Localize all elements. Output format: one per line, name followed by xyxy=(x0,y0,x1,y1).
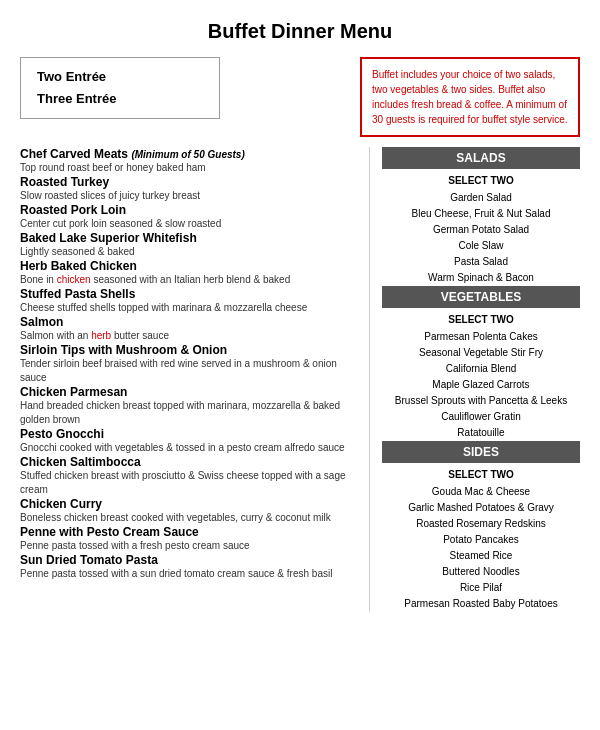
page-header: Buffet Dinner Menu xyxy=(20,20,580,43)
item-name: Salmon xyxy=(20,315,357,329)
item-desc: Center cut pork loin seasoned & slow roa… xyxy=(20,217,357,231)
list-item: Salmon Salmon with an herb butter sauce xyxy=(20,315,357,343)
sides-section: SIDES SELECT TWO Gouda Mac & Cheese Garl… xyxy=(382,441,580,612)
list-item: Steamed Rice xyxy=(382,548,580,564)
right-column: SALADS SELECT TWO Garden Salad Bleu Chee… xyxy=(370,147,580,612)
list-item: German Potato Salad xyxy=(382,222,580,238)
list-item: Sun Dried Tomato Pasta Penne pasta tosse… xyxy=(20,553,357,581)
list-item: Stuffed Pasta Shells Cheese stuffed shel… xyxy=(20,287,357,315)
item-desc: Salmon with an herb butter sauce xyxy=(20,329,357,343)
list-item: Roasted Rosemary Redskins xyxy=(382,516,580,532)
page-title: Buffet Dinner Menu xyxy=(208,20,392,42)
item-name: Sirloin Tips with Mushroom & Onion xyxy=(20,343,357,357)
list-item: Baked Lake Superior Whitefish Lightly se… xyxy=(20,231,357,259)
list-item: Pesto Gnocchi Gnocchi cooked with vegeta… xyxy=(20,427,357,455)
main-content: Chef Carved Meats (Minimum of 50 Guests)… xyxy=(20,147,580,612)
item-name: Herb Baked Chicken xyxy=(20,259,357,273)
item-desc: Bone in chicken seasoned with an Italian… xyxy=(20,273,357,287)
list-item: Sirloin Tips with Mushroom & Onion Tende… xyxy=(20,343,357,385)
item-name: Chicken Parmesan xyxy=(20,385,357,399)
item-desc: Penne pasta tossed with a fresh pesto cr… xyxy=(20,539,357,553)
vegetables-header: VEGETABLES xyxy=(382,286,580,308)
entree-line2: Three Entrée xyxy=(37,88,203,110)
item-name: Roasted Pork Loin xyxy=(20,203,357,217)
list-item: Chef Carved Meats (Minimum of 50 Guests)… xyxy=(20,147,357,175)
sides-select-label: SELECT TWO xyxy=(382,469,580,480)
item-desc: Hand breaded chicken breast topped with … xyxy=(20,399,357,427)
list-item: Chicken Saltimbocca Stuffed chicken brea… xyxy=(20,455,357,497)
list-item: California Blend xyxy=(382,361,580,377)
list-item: Roasted Pork Loin Center cut pork loin s… xyxy=(20,203,357,231)
list-item: Chicken Curry Boneless chicken breast co… xyxy=(20,497,357,525)
item-desc: Slow roasted slices of juicy turkey brea… xyxy=(20,189,357,203)
list-item: Pasta Salad xyxy=(382,254,580,270)
item-note: (Minimum of 50 Guests) xyxy=(131,149,244,160)
item-name: Roasted Turkey xyxy=(20,175,357,189)
list-item: Warm Spinach & Bacon xyxy=(382,270,580,286)
item-name: Pesto Gnocchi xyxy=(20,427,357,441)
list-item: Buttered Noodles xyxy=(382,564,580,580)
list-item: Brussel Sprouts with Pancetta & Leeks xyxy=(382,393,580,409)
item-name: Penne with Pesto Cream Sauce xyxy=(20,525,357,539)
item-desc: Lightly seasoned & baked xyxy=(20,245,357,259)
salads-select-label: SELECT TWO xyxy=(382,175,580,186)
list-item: Parmesan Polenta Cakes xyxy=(382,329,580,345)
item-desc: Cheese stuffed shells topped with marina… xyxy=(20,301,357,315)
list-item: Roasted Turkey Slow roasted slices of ju… xyxy=(20,175,357,203)
sides-header: SIDES xyxy=(382,441,580,463)
item-name: Chicken Saltimbocca xyxy=(20,455,357,469)
salads-section: SALADS SELECT TWO Garden Salad Bleu Chee… xyxy=(382,147,580,286)
buffet-note-box: Buffet includes your choice of two salad… xyxy=(355,57,580,137)
list-item: Potato Pancakes xyxy=(382,532,580,548)
item-desc: Top round roast beef or honey baked ham xyxy=(20,161,357,175)
list-item: Bleu Cheese, Fruit & Nut Salad xyxy=(382,206,580,222)
salads-header: SALADS xyxy=(382,147,580,169)
top-row: Two Entrée Three Entrée Buffet includes … xyxy=(20,57,580,137)
entree-line1: Two Entrée xyxy=(37,66,203,88)
item-name: Chicken Curry xyxy=(20,497,357,511)
item-name: Sun Dried Tomato Pasta xyxy=(20,553,357,567)
list-item: Rice Pilaf xyxy=(382,580,580,596)
vegetables-section: VEGETABLES SELECT TWO Parmesan Polenta C… xyxy=(382,286,580,441)
entree-section: Two Entrée Three Entrée xyxy=(20,57,355,119)
list-item: Cauliflower Gratin xyxy=(382,409,580,425)
list-item: Garden Salad xyxy=(382,190,580,206)
item-desc: Tender sirloin beef braised with red win… xyxy=(20,357,357,385)
list-item: Chicken Parmesan Hand breaded chicken br… xyxy=(20,385,357,427)
entree-box: Two Entrée Three Entrée xyxy=(20,57,220,119)
vegetables-select-label: SELECT TWO xyxy=(382,314,580,325)
list-item: Maple Glazed Carrots xyxy=(382,377,580,393)
item-desc: Stuffed chicken breast with prosciutto &… xyxy=(20,469,357,497)
list-item: Ratatouille xyxy=(382,425,580,441)
list-item: Garlic Mashed Potatoes & Gravy xyxy=(382,500,580,516)
list-item: Gouda Mac & Cheese xyxy=(382,484,580,500)
list-item: Parmesan Roasted Baby Potatoes xyxy=(382,596,580,612)
item-name: Baked Lake Superior Whitefish xyxy=(20,231,357,245)
item-desc: Gnocchi cooked with vegetables & tossed … xyxy=(20,441,357,455)
item-name: Chef Carved Meats (Minimum of 50 Guests) xyxy=(20,147,357,161)
list-item: Herb Baked Chicken Bone in chicken seaso… xyxy=(20,259,357,287)
item-desc: Penne pasta tossed with a sun dried toma… xyxy=(20,567,357,581)
item-name: Stuffed Pasta Shells xyxy=(20,287,357,301)
buffet-note: Buffet includes your choice of two salad… xyxy=(360,57,580,137)
item-desc: Boneless chicken breast cooked with vege… xyxy=(20,511,357,525)
list-item: Penne with Pesto Cream Sauce Penne pasta… xyxy=(20,525,357,553)
list-item: Seasonal Vegetable Stir Fry xyxy=(382,345,580,361)
list-item: Cole Slaw xyxy=(382,238,580,254)
left-column: Chef Carved Meats (Minimum of 50 Guests)… xyxy=(20,147,370,612)
